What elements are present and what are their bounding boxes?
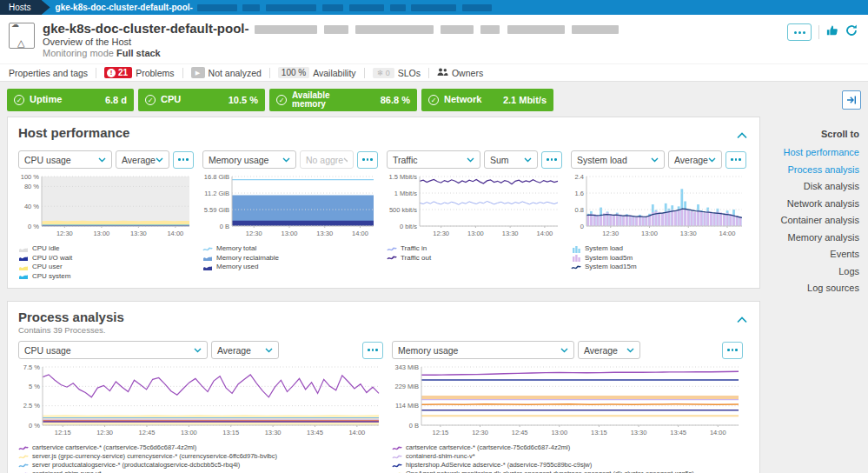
thumbs-up-icon[interactable] — [826, 24, 838, 40]
check-icon: ✓ — [14, 95, 24, 105]
scroll-to-item[interactable]: Memory analysis — [760, 232, 859, 243]
host-memory-legend: Memory totalMemory reclaimableMemory use… — [202, 244, 378, 272]
chart-options-button[interactable] — [726, 151, 746, 169]
svg-text:5.59 GiB: 5.59 GiB — [204, 206, 229, 214]
svg-text:12:30: 12:30 — [246, 230, 262, 236]
legend-item[interactable]: Traffic in — [387, 244, 562, 254]
chevron-down-icon — [265, 348, 273, 353]
play-icon: ▶ — [191, 67, 205, 78]
legend-line-swatch — [392, 444, 402, 452]
host-cpu-chart: 100 %80 %40 %0 %12:3013:0013:3014:00 — [18, 174, 194, 240]
kpi-available-memory[interactable]: ✓ Available memory 86.8 % — [269, 89, 417, 111]
divider — [428, 68, 429, 78]
metric-select-memory-usage[interactable]: Memory usage — [202, 150, 296, 169]
legend-item[interactable]: Memory used — [202, 263, 378, 272]
svg-text:14:00: 14:00 — [348, 429, 365, 436]
chart-options-button[interactable] — [357, 151, 378, 169]
legend-item[interactable]: cartservice cartservice-* (cartservice-7… — [18, 443, 383, 452]
not-analyzed-item[interactable]: ▶ Not analyzed — [191, 67, 262, 78]
kpi-uptime[interactable]: ✓ Uptime 6.8 d — [7, 89, 134, 111]
legend-bar-swatch — [571, 245, 581, 253]
chart-options-button[interactable] — [362, 342, 383, 359]
breadcrumb-hosts[interactable]: Hosts — [0, 0, 42, 15]
legend-item[interactable]: CPU user — [18, 263, 194, 272]
svg-text:13:00: 13:00 — [641, 230, 658, 236]
legend-item[interactable]: CPU system — [18, 272, 194, 282]
redacted-text — [462, 4, 492, 11]
legend-item[interactable]: Memory reclaimable — [202, 254, 378, 263]
legend-item[interactable]: server productcatalogservice-* (productc… — [18, 461, 383, 470]
scroll-to-title: Scroll to — [760, 129, 859, 139]
scroll-to-item[interactable]: Disk analysis — [760, 181, 859, 191]
legend-item[interactable]: Memory total — [202, 244, 378, 254]
kpi-network[interactable]: ✓ Network 2.1 Mbit/s — [421, 89, 553, 111]
collapse-chevron-up-icon[interactable] — [735, 310, 749, 329]
metric-select-cpu-usage[interactable]: CPU usage — [18, 150, 112, 169]
host-cpu-legend: CPU idleCPU I/O waitCPU userCPU system — [18, 244, 194, 281]
metric-select-traffic[interactable]: Traffic — [387, 150, 480, 169]
owners-icon — [437, 68, 448, 78]
availability-badge: 100 % — [278, 67, 309, 78]
header-more-button[interactable] — [787, 23, 812, 41]
legend-item[interactable]: System load15m — [571, 263, 746, 272]
legend-item[interactable]: OneAgent network monitoring dk-cluster-o… — [392, 470, 743, 473]
chevron-down-icon — [343, 157, 348, 163]
redacted-text — [322, 4, 343, 11]
legend-item[interactable]: cartservice cartservice-* (cartservice-7… — [392, 443, 743, 452]
legend-item[interactable]: Traffic out — [387, 254, 562, 263]
aggregation-select[interactable]: Average — [668, 150, 722, 169]
refresh-icon[interactable] — [845, 24, 858, 40]
chart-options-button[interactable] — [173, 151, 194, 169]
availability-item[interactable]: 100 % Availability — [278, 67, 356, 78]
svg-text:16.8 GiB: 16.8 GiB — [204, 174, 229, 181]
scroll-to-item[interactable]: Process analysis — [760, 164, 859, 175]
redacted-text — [266, 4, 316, 11]
legend-item[interactable]: System load5m — [571, 254, 746, 263]
legend-bar-swatch — [571, 254, 581, 262]
process-metric-select-memory[interactable]: Memory usage — [392, 341, 574, 359]
aggregation-select[interactable]: Sum — [484, 150, 538, 169]
svg-text:5 %: 5 % — [29, 383, 40, 390]
process-aggregation-select[interactable]: Average — [211, 341, 279, 359]
legend-item[interactable]: System load — [571, 244, 746, 254]
legend-item[interactable]: server.js (grpc-currency-service) curren… — [18, 452, 383, 461]
properties-and-tags[interactable]: Properties and tags — [9, 68, 88, 78]
legend-item[interactable]: hipstershop.AdService adservice-* (adser… — [392, 461, 743, 470]
process-memory-chart: 343 MiB229 MiB114 MiB0 B12:1512:3012:451… — [392, 364, 743, 439]
process-metric-select-cpu[interactable]: CPU usage — [18, 341, 208, 359]
legend-item[interactable]: CPU idle — [18, 244, 194, 254]
svg-text:13:45: 13:45 — [670, 429, 686, 436]
scroll-to-item[interactable]: Events — [760, 249, 859, 259]
scroll-to-item[interactable]: Network analysis — [760, 198, 859, 209]
problems-item[interactable]: !21 Problems — [104, 67, 174, 78]
host-memory-chart: 16.8 GiB11.2 GiB5.59 GiB0 B12:3013:0013:… — [202, 174, 378, 240]
aggregation-select[interactable]: Average — [116, 150, 169, 169]
legend-item[interactable]: CPU I/O wait — [18, 254, 194, 263]
owners-item[interactable]: Owners — [437, 68, 483, 78]
collapse-chevron-up-icon[interactable] — [735, 125, 749, 144]
metric-select-system-load[interactable]: System load — [571, 150, 665, 169]
process-aggregation-select[interactable]: Average — [578, 341, 640, 359]
svg-text:11.2 GiB: 11.2 GiB — [204, 190, 229, 197]
legend-area-swatch — [18, 272, 29, 280]
legend-line-swatch — [202, 245, 213, 253]
slos-item[interactable]: ❄ 0 SLOs — [373, 68, 421, 78]
expand-sidebar-button[interactable] — [842, 90, 861, 110]
chevron-down-icon — [194, 348, 202, 353]
scroll-to-item[interactable]: Log sources — [760, 283, 859, 293]
svg-text:7.5 %: 7.5 % — [23, 364, 41, 371]
scroll-to-item[interactable]: Container analysis — [760, 215, 859, 225]
chart-options-button[interactable] — [541, 151, 562, 169]
chart-options-button[interactable] — [722, 342, 743, 359]
kpi-cpu[interactable]: ✓ CPU 10.5 % — [138, 89, 265, 111]
check-icon: ✓ — [276, 95, 287, 105]
check-icon: ✓ — [428, 95, 439, 105]
scroll-to-item[interactable]: Host performance — [760, 147, 859, 157]
scroll-to-item[interactable]: Logs — [760, 266, 859, 276]
redacted-text — [411, 4, 456, 11]
svg-text:12:30: 12:30 — [602, 230, 619, 236]
legend-item[interactable]: containerd-shim-runc-v* — [392, 452, 743, 461]
chevron-down-icon — [708, 157, 716, 163]
legend-item[interactable]: containerd-shim-runc-v* — [18, 470, 383, 473]
process-cpu-legend: cartservice cartservice-* (cartservice-7… — [18, 443, 383, 473]
